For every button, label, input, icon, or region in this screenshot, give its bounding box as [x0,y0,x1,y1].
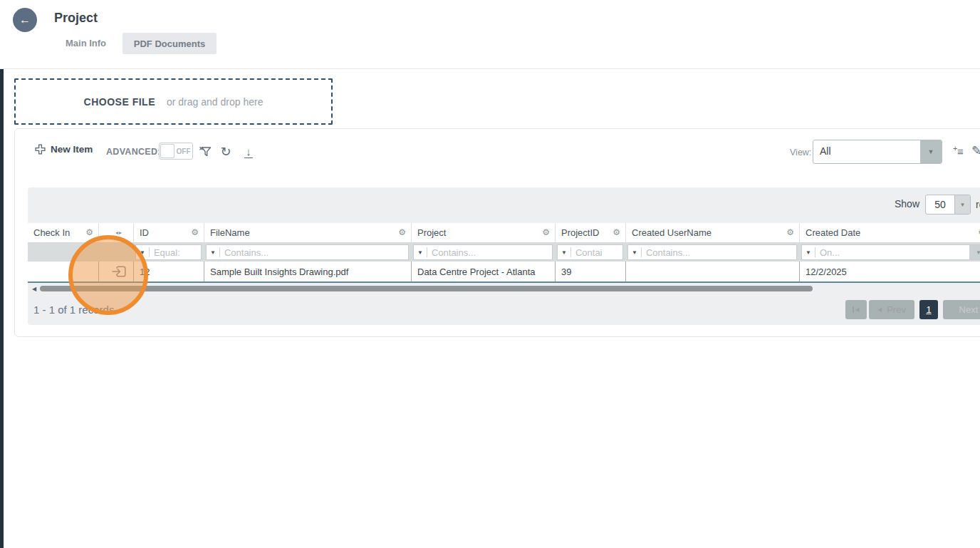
scrollbar-thumb[interactable] [40,286,813,291]
filter-input-project[interactable]: ▼ Contains... [413,244,553,260]
column-header-action[interactable]: ◂▸ [98,223,133,243]
filter-cell-projectid: ▼ Contai [555,243,625,262]
filter-cell-checkin [28,243,98,262]
first-page-button[interactable]: ◀ [845,300,867,319]
filter-cell-action [98,243,133,262]
filter-input-created-date[interactable]: ▼ On... ▼ [801,244,980,260]
column-label: Created Date [806,227,860,238]
filter-placeholder: Contai [571,247,603,258]
check-in-button[interactable] [108,264,130,279]
chevron-down-icon: ▼ [976,249,980,256]
records-word: records [976,199,980,210]
documents-grid: Show 50 ▼ records Check In ⚙ ◂▸ ID ⚙ Fil… [28,187,980,325]
cell-id: 12 [133,262,204,281]
plus-icon [35,144,46,155]
toggle-state-label: OFF [174,148,192,155]
refresh-button[interactable]: ↻ [218,144,234,160]
filter-operator-icon[interactable]: ▼ [802,249,815,256]
export-button[interactable]: ↓ [241,144,256,160]
scroll-left-icon[interactable]: ◀ [32,286,36,292]
filter-input-id[interactable]: ▼ Equal: [135,244,202,260]
view-select[interactable]: All ▼ [813,140,942,164]
view-select-arrow-button[interactable]: ▼ [920,140,942,163]
back-button[interactable]: ← [13,8,37,32]
refresh-icon: ↻ [220,144,231,160]
cell-checkin [28,262,98,281]
drag-drop-hint: or drag and drop here [167,96,263,108]
page-size-value: 50 [926,195,954,214]
filter-operator-icon[interactable]: ▼ [558,249,570,256]
records-count: 1 - 1 of 1 records [33,304,114,316]
clear-filter-icon [199,145,212,158]
filter-placeholder: On... [815,247,840,258]
pencil-icon: ✎ [971,144,980,157]
gear-icon[interactable]: ⚙ [542,227,550,237]
column-header-created-username[interactable]: Created UserName ⚙ [625,223,799,243]
column-label: Created UserName [632,227,711,238]
clear-filter-button[interactable] [197,144,213,160]
column-header-projectid[interactable]: ProjectID ⚙ [555,223,625,243]
filter-operator-icon[interactable]: ▼ [136,249,149,256]
filter-input-filename[interactable]: ▼ Contains... [206,244,409,260]
page-size-select[interactable]: 50 ▼ [925,195,971,214]
chevron-down-icon: ▼ [928,148,934,155]
gear-icon[interactable]: ⚙ [786,227,794,237]
check-in-icon [111,265,127,278]
show-label: Show [895,198,919,210]
filter-input-projectid[interactable]: ▼ Contai [557,244,623,260]
page-header: ← Project Main Info PDF Documents [0,0,980,69]
filter-placeholder: Contains... [427,247,476,258]
column-header-id[interactable]: ID ⚙ [133,223,204,243]
current-page-button[interactable]: 1 [919,300,938,319]
filter-input-created-username[interactable]: ▼ Contains... [627,244,797,260]
gear-icon[interactable]: ⚙ [398,227,406,237]
prev-page-button[interactable]: ◀ Prev [869,300,914,319]
documents-panel: New Item ADVANCED: OFF ↻ ↓ View: All ▼ +… [14,128,980,337]
gear-icon[interactable]: ⚙ [612,227,620,237]
cell-projectid: 39 [555,262,625,281]
page-size-arrow-button[interactable]: ▼ [954,195,970,214]
add-view-button[interactable]: + ≡ [953,145,967,158]
download-icon: ↓ [244,146,253,158]
column-label: ID [140,227,149,238]
table-row[interactable]: 12 Sample Built Insights Drawing.pdf Dat… [28,262,980,283]
view-label: View: [790,148,811,157]
filter-placeholder: Contains... [642,247,690,258]
filter-operator-icon[interactable]: ▼ [414,249,427,256]
horizontal-scrollbar[interactable]: ◀ [28,286,980,293]
advanced-toggle[interactable]: OFF [159,143,193,160]
resize-columns-icon[interactable]: ◂▸ [115,229,123,236]
column-header-filename[interactable]: FileName ⚙ [204,223,411,243]
file-drop-zone[interactable]: CHOOSE FILE or drag and drop here [14,78,333,125]
column-header-project[interactable]: Project ⚙ [411,223,555,243]
next-label: Next [959,304,979,315]
tab-main-info[interactable]: Main Info [66,38,106,48]
filter-cell-created-date: ▼ On... ▼ [799,243,980,262]
column-header-checkin[interactable]: Check In ⚙ [28,223,98,243]
edit-view-button[interactable]: ✎ [971,143,980,158]
cell-created-date: 12/2/2025 [799,262,980,281]
cell-project: Data Centre Project - Atlanta [411,262,555,281]
tab-pdf-documents[interactable]: PDF Documents [123,33,217,54]
new-item-button[interactable]: New Item [35,144,93,155]
cell-filename: Sample Built Insights Drawing.pdf [204,262,411,281]
gear-icon[interactable]: ⚙ [85,227,93,237]
view-select-value: All [813,140,920,163]
column-header-created-date[interactable]: Created Date ⚙ [799,223,980,243]
chevron-down-icon: ▼ [960,202,966,208]
filter-cell-filename: ▼ Contains... [204,243,411,262]
grid-filter-row: ▼ Equal: ▼ Contains... ▼ Contains... [28,243,980,262]
advanced-label: ADVANCED: [106,147,161,157]
filter-operator-icon[interactable]: ▼ [207,249,219,256]
date-picker-button[interactable]: ▼ [969,245,980,259]
filter-cell-project: ▼ Contains... [411,243,555,262]
choose-file-button[interactable]: CHOOSE FILE [84,96,155,108]
column-label: ProjectID [561,227,599,238]
filter-placeholder: Equal: [150,247,180,258]
filter-cell-created-username: ▼ Contains... [625,243,799,262]
next-page-button[interactable]: Next ▶ [943,300,980,319]
filter-operator-icon[interactable]: ▼ [628,249,641,256]
filter-cell-id: ▼ Equal: [133,243,204,262]
prev-arrow-icon: ◀ [877,306,882,313]
gear-icon[interactable]: ⚙ [191,227,199,237]
